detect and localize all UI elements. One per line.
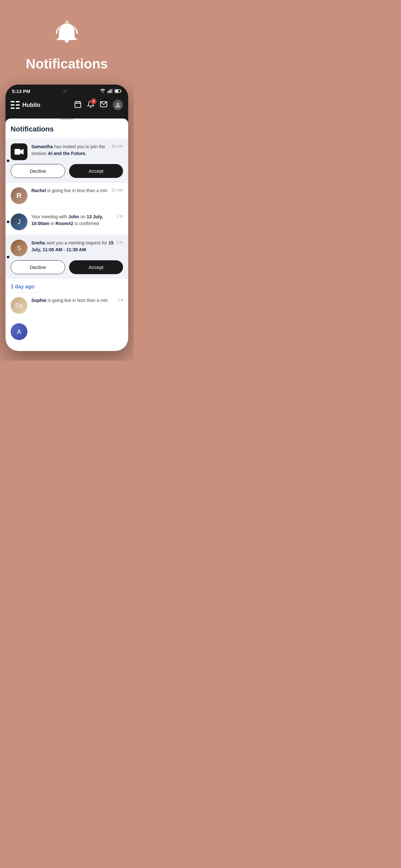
svg-rect-0 xyxy=(107,91,109,93)
mail-icon-button[interactable] xyxy=(100,100,107,110)
battery-icon xyxy=(115,89,122,94)
notif-time-john: 1 hr xyxy=(116,214,123,219)
phone-frame: 5:13 PM xyxy=(5,85,128,351)
avatar-sneha: S xyxy=(11,240,27,256)
notification-item-samantha: Samantha has invited you to join the ses… xyxy=(5,138,128,182)
notif-time-rachel: 31 min xyxy=(112,188,123,192)
logo-wrapper[interactable]: Hubilo xyxy=(11,100,40,110)
panel-title: Notifications xyxy=(5,125,128,138)
notifications-panel: Notifications Samantha has invited you t… xyxy=(5,119,128,351)
svg-rect-7 xyxy=(11,104,14,105)
notification-item-rachel: R Rachel is going live in less than a mi… xyxy=(5,182,128,209)
hubilo-logo-icon xyxy=(11,100,20,110)
avatar-sophie: So xyxy=(11,297,27,314)
svg-rect-3 xyxy=(112,89,113,93)
header-icons: 2 xyxy=(74,100,123,110)
notif-text-sophie: Sophie is going live in less than a min xyxy=(31,297,115,304)
svg-rect-9 xyxy=(16,104,20,105)
notif-text-john: Your meeting with John on 13 July, 10:00… xyxy=(31,213,114,227)
video-avatar-icon xyxy=(11,144,27,160)
user-avatar-icon[interactable] xyxy=(113,100,123,110)
status-icons xyxy=(100,89,122,94)
svg-rect-1 xyxy=(109,90,110,93)
notif-actions-samantha: Decline Accept xyxy=(11,164,123,178)
app-name: Hubilo xyxy=(22,102,40,108)
notif-main-row-sneha: S Sneha sent you a meeting request for 1… xyxy=(11,240,123,256)
notif-text-samantha: Samantha has invited you to join the ses… xyxy=(31,144,109,157)
notif-content-rachel: Rachel is going live in less than a min xyxy=(31,187,112,194)
notification-item-john: J Your meeting with John on 13 July, 10:… xyxy=(5,209,128,235)
app-header: Hubilo 2 xyxy=(5,97,128,115)
notification-item-sneha: S Sneha sent you a meeting request for 1… xyxy=(5,235,128,279)
notif-content-person6 xyxy=(31,323,123,330)
notif-text-person6 xyxy=(31,323,120,330)
status-time: 5:13 PM xyxy=(12,89,30,94)
svg-rect-11 xyxy=(16,107,20,109)
notif-time-sophie: 1 d xyxy=(118,298,123,302)
notif-time-samantha: 15 min xyxy=(112,144,123,149)
notif-actions-sneha: Decline Accept xyxy=(11,260,123,274)
avatar-person6: A xyxy=(11,323,27,340)
notification-item-sophie: So Sophie is going live in less than a m… xyxy=(5,292,128,318)
notif-content-samantha: Samantha has invited you to join the ses… xyxy=(31,144,112,157)
notif-time-sneha: 1 hr xyxy=(116,240,123,245)
svg-rect-2 xyxy=(111,89,112,93)
front-camera-dot xyxy=(63,89,67,93)
wifi-icon xyxy=(100,89,105,94)
svg-rect-6 xyxy=(11,101,14,102)
hero-title: Notifications xyxy=(26,56,108,72)
notif-text-sneha: Sneha sent you a meeting request for 15 … xyxy=(31,240,114,253)
panel-drag-handle[interactable] xyxy=(60,119,73,120)
section-label-1-day-ago: 1 day ago xyxy=(5,279,128,292)
decline-button-sneha[interactable]: Decline xyxy=(11,260,65,274)
notification-item-person6: A xyxy=(5,318,128,345)
svg-rect-8 xyxy=(16,101,20,102)
hero-section: Notifications xyxy=(0,0,134,85)
svg-rect-12 xyxy=(75,102,81,107)
avatar-rachel: R xyxy=(11,187,27,204)
bell-icon-button[interactable]: 2 xyxy=(87,100,95,110)
avatar-john: J xyxy=(11,213,27,230)
decline-button-samantha[interactable]: Decline xyxy=(11,164,65,178)
accept-button-sneha[interactable]: Accept xyxy=(69,260,123,274)
notif-text-rachel: Rachel is going live in less than a min xyxy=(31,187,109,194)
accept-button-samantha[interactable]: Accept xyxy=(69,164,123,178)
notif-content-sneha: Sneha sent you a meeting request for 15 … xyxy=(31,240,116,253)
status-bar: 5:13 PM xyxy=(5,85,128,97)
svg-point-17 xyxy=(117,103,119,105)
notif-content-sophie: Sophie is going live in less than a min xyxy=(31,297,118,304)
svg-rect-10 xyxy=(11,107,14,109)
notification-badge: 2 xyxy=(91,98,96,104)
svg-rect-5 xyxy=(115,90,118,92)
notif-content-john: Your meeting with John on 13 July, 10:00… xyxy=(31,213,116,227)
signal-icon xyxy=(107,89,113,94)
svg-rect-18 xyxy=(14,149,20,155)
calendar-icon-button[interactable] xyxy=(74,100,82,110)
hero-bell-icon xyxy=(52,20,81,50)
notif-main-row: Samantha has invited you to join the ses… xyxy=(11,144,123,160)
